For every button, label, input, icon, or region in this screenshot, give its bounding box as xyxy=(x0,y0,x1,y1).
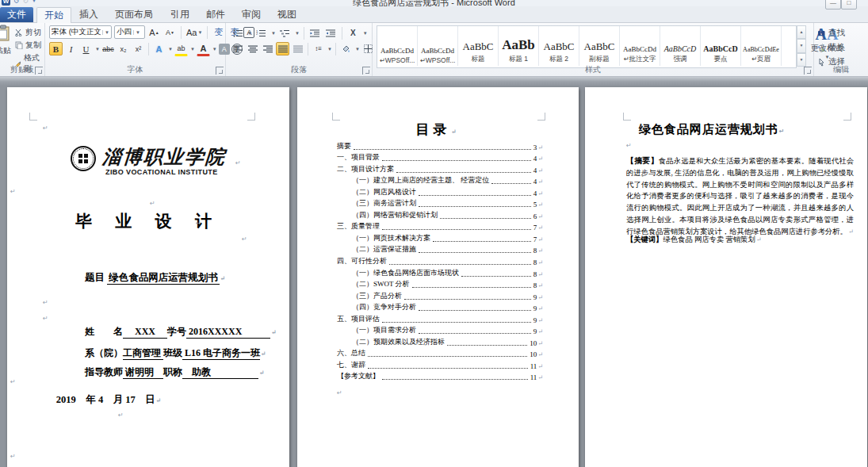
toc-entry[interactable]: （二）预期效果以及经济指标10↵ xyxy=(337,335,543,347)
toc-entry[interactable]: （三）商务运营计划5↵ xyxy=(337,197,543,209)
page-2-toc[interactable]: 目录↵ 摘要3↵一、项目背景4↵二、项目设计方案4↵（一）建立网上商店的经营主题… xyxy=(297,87,579,467)
topic-value: 绿色食品网店运营规划书 xyxy=(107,272,220,285)
toc-entry[interactable]: 四、可行性分析8↵ xyxy=(337,255,543,266)
ribbon-tab-row: 文件 开始插入页面布局引用邮件审阅视图 xyxy=(0,6,868,23)
italic-button[interactable]: I xyxy=(64,42,78,56)
line-spacing-icon[interactable]: ↕≡ xyxy=(312,42,325,56)
topic-label: 题目 xyxy=(85,272,105,283)
toc-entry[interactable]: 六、总结10↵ xyxy=(337,347,543,359)
tab-插入[interactable]: 插入 xyxy=(72,7,105,22)
align-left-icon[interactable] xyxy=(231,42,244,56)
gallery-up-icon[interactable]: ▲ xyxy=(797,25,806,39)
underline-button[interactable]: U xyxy=(79,42,93,56)
style-item-WPSOff[interactable]: AaBbCcDd↵WPSOff... xyxy=(418,26,458,66)
replace-button[interactable]: ab 替换 xyxy=(814,41,845,54)
tab-邮件[interactable]: 邮件 xyxy=(199,7,232,22)
justify-icon[interactable] xyxy=(276,42,289,56)
decrease-indent-icon[interactable] xyxy=(308,26,322,40)
paragraph-dialog-launcher[interactable] xyxy=(362,67,370,75)
toc-entry[interactable]: （三）产品分析9↵ xyxy=(337,289,543,301)
style-item-标题[interactable]: AaBbC标题 xyxy=(458,26,499,66)
toc-entry[interactable]: 七、谢辞11↵ xyxy=(337,358,543,370)
paragraph-mark: ↵ xyxy=(43,316,48,322)
numbering-icon[interactable]: 12 xyxy=(254,26,268,40)
bold-button[interactable]: B xyxy=(49,42,63,56)
style-item-要点[interactable]: AaBbCcD要点 xyxy=(701,26,741,66)
distribute-icon[interactable] xyxy=(291,42,304,56)
paragraph-mark: ↵ xyxy=(150,201,155,207)
styles-dialog-launcher[interactable] xyxy=(804,67,812,75)
toc-entry[interactable]: （一）项目需求分析9↵ xyxy=(337,324,543,336)
style-item-标题2[interactable]: AaBbC标题 2 xyxy=(539,26,579,66)
subscript-button[interactable]: x₂ xyxy=(117,42,130,56)
svg-text:a: a xyxy=(817,44,820,49)
font-name-combo[interactable]: 宋体 (中文正文▼ xyxy=(49,25,112,39)
asian-layout-icon[interactable]: X xyxy=(346,26,360,40)
toc-entry[interactable]: （二）网店风格设计4↵ xyxy=(337,186,543,197)
tab-开始[interactable]: 开始 xyxy=(36,7,71,23)
style-item-强调[interactable]: AaBbCcD强调 xyxy=(660,26,701,66)
page-3-body[interactable]: 绿色食品网店运营规划书↵ ↵ 【摘要】食品永远是和大众生活最为紧密的基本要素。随… xyxy=(585,87,867,467)
tab-视图[interactable]: 视图 xyxy=(270,7,304,22)
superscript-button[interactable]: x² xyxy=(132,42,145,56)
shrink-font-button[interactable]: A▼ xyxy=(163,25,177,39)
multilevel-list-icon[interactable] xyxy=(278,26,292,40)
document-area[interactable]: ↵ ↵ 淄博职业学院 ZIBO VOCATIONAL INSTITUTE ↵ ↵… xyxy=(0,76,868,467)
toc-entry[interactable]: （二）SWOT 分析8↵ xyxy=(337,278,543,290)
find-button[interactable]: 查找 xyxy=(814,27,845,40)
paragraph-mark: ↵ xyxy=(43,300,48,306)
toc-entry[interactable]: （二）运营保证措施8↵ xyxy=(337,243,543,255)
toc-entry[interactable]: （一）绿色食品网络店面市场现状8↵ xyxy=(337,266,543,278)
shading-icon[interactable] xyxy=(339,42,353,56)
tab-file[interactable]: 文件 xyxy=(0,7,33,22)
toc-entry[interactable]: （一）网页技术解决方案7↵ xyxy=(337,232,543,243)
styles-gallery-scrollbar[interactable]: ▲ ▼ ▼ xyxy=(797,25,806,67)
highlight-color-icon[interactable]: ab xyxy=(174,41,188,56)
text-effects-icon[interactable]: A xyxy=(152,42,166,56)
grow-font-button[interactable]: A▲ xyxy=(147,25,161,39)
align-right-icon[interactable] xyxy=(261,42,274,56)
font-dialog-launcher[interactable] xyxy=(216,67,224,75)
toc-entry[interactable]: （四）竞争对手分析9↵ xyxy=(337,301,543,313)
change-case-button[interactable]: Aa▼ xyxy=(185,25,203,39)
toc-entry[interactable]: （一）建立网上商店的经营主题、 经营定位4↵ xyxy=(337,174,543,186)
paragraph-mark: ↵ xyxy=(10,189,16,195)
tab-引用[interactable]: 引用 xyxy=(163,7,197,22)
abstract-label: 【摘要】 xyxy=(626,156,659,165)
toc-entry[interactable]: 【参考文献】11↵ xyxy=(337,370,543,382)
page-1-cover[interactable]: ↵ ↵ 淄博职业学院 ZIBO VOCATIONAL INSTITUTE ↵ ↵… xyxy=(7,87,289,467)
font-color-icon[interactable]: A xyxy=(197,41,210,56)
phonetic-guide-icon[interactable]: 变 xyxy=(212,25,225,39)
style-item-标题1[interactable]: AaBb标题 1 xyxy=(499,26,539,66)
tab-审阅[interactable]: 审阅 xyxy=(235,7,268,22)
gallery-down-icon[interactable]: ▼ xyxy=(797,39,806,52)
increase-indent-icon[interactable] xyxy=(324,26,338,40)
cover-date: 2019 年 4 月 17 日↵ xyxy=(7,393,210,407)
clipboard-dialog-launcher[interactable] xyxy=(35,67,43,75)
paste-button[interactable]: 粘贴 xyxy=(0,25,13,56)
toc-entry[interactable]: 三、质量管理7↵ xyxy=(337,220,543,232)
cover-heading: 毕 业 设 计 xyxy=(7,210,289,232)
cut-button[interactable]: 剪切 xyxy=(13,26,43,39)
bullets-icon[interactable] xyxy=(231,26,244,40)
minimize-button[interactable]: — xyxy=(825,0,841,10)
align-center-icon[interactable] xyxy=(246,42,259,56)
toc-entry[interactable]: （四）网络营销和促销计划6↵ xyxy=(337,209,543,220)
paragraph-mark: ↵ xyxy=(626,143,632,149)
style-item-批注文字[interactable]: AaBbCcDd↵批注文字 xyxy=(620,26,660,66)
toc-entry[interactable]: 二、项目设计方案4↵ xyxy=(337,163,543,174)
copy-button[interactable]: 复制 xyxy=(13,39,43,52)
toc-entry[interactable]: 五、项目评估9↵ xyxy=(337,312,543,324)
font-size-combo[interactable]: 小四▼ xyxy=(114,25,145,39)
toc-entry[interactable]: 摘要3↵ xyxy=(337,140,543,151)
paragraph-mark: ↵ xyxy=(43,125,48,132)
style-item-副标题[interactable]: AaBbC副标题 xyxy=(579,26,620,66)
maximize-button[interactable]: □ xyxy=(841,0,857,10)
tab-页面布局[interactable]: 页面布局 xyxy=(108,7,160,22)
paragraph-mark: ↵ xyxy=(10,454,16,460)
toc-entry[interactable]: 一、项目背景4↵ xyxy=(337,151,543,163)
styles-group-label: 样式 xyxy=(373,64,813,75)
style-item-页眉[interactable]: AaBbCcDdEe↵页眉 xyxy=(741,26,782,66)
style-item-WPSOff[interactable]: AaBbCcDd↵WPSOff... xyxy=(377,26,418,66)
strikethrough-button[interactable]: abc xyxy=(101,42,115,56)
